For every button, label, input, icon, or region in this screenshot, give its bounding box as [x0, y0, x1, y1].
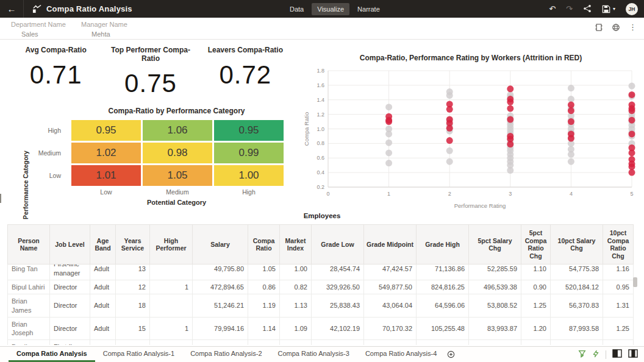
scatter-point-workers[interactable] [385, 104, 392, 110]
layout-right-panel-icon[interactable] [628, 349, 638, 360]
scatter-point-attrition[interactable] [446, 125, 453, 132]
scatter-point-workers[interactable] [385, 160, 392, 166]
column-header[interactable]: Person Name [8, 225, 50, 264]
scatter-plot[interactable]: 0.20.40.60.81.01.21.41.61.8012345Compa R… [300, 65, 642, 222]
canvas-tab-4[interactable]: Compa Ratio Analysis-4 [357, 347, 445, 362]
scatter-point-workers[interactable] [385, 140, 392, 146]
kpi-leavers-compa-ratio[interactable]: Leavers Compa-Ratio 0.72 [198, 46, 293, 98]
canvas-tab-2[interactable]: Compa Ratio Analysis-2 [182, 347, 270, 362]
globe-icon[interactable] [612, 23, 620, 32]
scatter-point-attrition[interactable] [629, 149, 635, 156]
scatter-point-attrition[interactable] [629, 117, 635, 124]
scatter-point-attrition[interactable] [507, 116, 513, 123]
table-scrollbar-thumb[interactable] [633, 277, 637, 287]
scatter-point-attrition[interactable] [629, 163, 635, 170]
table-body[interactable]: Bing TanFirst-line managerAdult1349,795.… [7, 264, 635, 345]
scatter-point-workers[interactable] [446, 158, 453, 165]
svg-text:5: 5 [630, 191, 633, 197]
add-canvas-icon[interactable] [447, 347, 455, 362]
column-header[interactable]: 10pct Salary Chg [551, 225, 603, 264]
scatter-point-attrition[interactable] [568, 135, 574, 142]
lightning-icon[interactable] [592, 349, 599, 360]
table-row[interactable]: Bing TanFirst-line managerAdult1349,795.… [8, 264, 634, 280]
scatter-point-attrition[interactable] [629, 130, 635, 137]
scatter-point-attrition[interactable] [507, 85, 513, 92]
scatter-point-attrition[interactable] [507, 99, 513, 105]
scatter-point-attrition[interactable] [507, 105, 513, 112]
column-header[interactable]: Grade Midpoint [364, 225, 417, 264]
scatter-point-attrition[interactable] [507, 141, 513, 147]
filter-manager[interactable]: Manager Name Mehta [81, 21, 127, 38]
canvas-tab-0[interactable]: Compa Ratio Analysis [9, 347, 95, 362]
canvas-edge-handle[interactable] [0, 194, 1, 203]
canvas-tab-1[interactable]: Compa Ratio Analysis-1 [95, 347, 182, 362]
scatter-point-workers[interactable] [568, 158, 574, 165]
back-icon[interactable]: ← [0, 4, 23, 14]
table-row[interactable]: Brian JosephDirectorAdult15179,994.161.1… [8, 317, 634, 340]
column-header[interactable]: Compa Ratio [248, 225, 280, 264]
column-header[interactable]: 10pct Compa Ratio Chg [603, 225, 634, 264]
scatter-point-workers[interactable] [446, 92, 453, 99]
heatmap-cell[interactable]: 1.01 [71, 165, 141, 186]
column-header[interactable]: Age Band [90, 225, 116, 264]
heatmap-cell[interactable]: 0.95 [71, 120, 141, 141]
table-cell: First-line manager [50, 264, 90, 280]
share-icon[interactable] [583, 4, 592, 14]
scatter-plot-area[interactable]: 0.20.40.60.81.01.21.41.61.8012345Compa R… [300, 65, 642, 224]
layout-left-panel-icon[interactable] [612, 349, 622, 360]
scatter-point-attrition[interactable] [446, 106, 453, 113]
table-row[interactable]: Brodie SmithFirst-line managerAdult15181… [8, 340, 634, 345]
undo-icon[interactable]: ↶ [549, 5, 556, 13]
scatter-point-attrition[interactable] [629, 91, 635, 98]
visualization-grid-icon[interactable] [595, 23, 603, 32]
scatter-point-attrition[interactable] [629, 169, 635, 176]
tab-visualize[interactable]: Visualize [312, 3, 349, 15]
canvas-tab-3[interactable]: Compa Ratio Analysis-3 [270, 347, 357, 362]
save-button[interactable]: ▾ [602, 5, 615, 13]
heatmap-cell[interactable]: 1.02 [71, 143, 141, 163]
scatter-point-attrition[interactable] [446, 137, 453, 144]
column-header[interactable]: Grade High [417, 225, 469, 264]
save-caret-icon[interactable]: ▾ [613, 6, 615, 12]
scatter-point-attrition[interactable] [629, 107, 635, 114]
svg-text:1.2: 1.2 [317, 112, 324, 118]
filter-department[interactable]: Department Name Sales [11, 21, 66, 38]
scatter-point-attrition[interactable] [568, 102, 574, 108]
column-header[interactable]: Market Index [280, 225, 312, 264]
heatmap-cell[interactable]: 1.06 [143, 120, 212, 141]
filter-label: Department Name [11, 21, 66, 28]
scatter-point-workers[interactable] [507, 167, 513, 174]
tab-data[interactable]: Data [284, 3, 309, 15]
scatter-point-attrition[interactable] [385, 118, 392, 125]
heatmap-cell[interactable]: 0.99 [214, 143, 284, 163]
scatter-point-workers[interactable] [629, 83, 635, 90]
column-header[interactable]: Job Level [50, 225, 90, 264]
scatter-point-workers[interactable] [568, 151, 574, 158]
column-header[interactable]: Years Service [116, 225, 150, 264]
kpi-top-performer-compa-ratio[interactable]: Top Performer Compa-Ratio 0.75 [103, 46, 198, 98]
kebab-menu-icon[interactable]: ⋮ [629, 23, 637, 32]
heatmap-cell[interactable]: 0.98 [143, 143, 212, 163]
column-header[interactable]: 5pct Compa Ratio Chg [521, 225, 551, 264]
kpi-avg-compa-ratio[interactable]: Avg Compa-Ratio 0.71 [9, 46, 103, 98]
column-header[interactable]: Salary [193, 225, 248, 264]
scatter-point-workers[interactable] [446, 147, 453, 154]
filter-funnel-icon[interactable] [578, 349, 586, 360]
table-row[interactable]: Bipul LahiriDirectorAdult121472,894.650.… [8, 280, 634, 294]
column-header[interactable]: Grade Low [312, 225, 364, 264]
scatter-point-attrition[interactable] [568, 118, 574, 125]
tab-narrate[interactable]: Narrate [352, 3, 385, 15]
heatmap-cell[interactable]: 0.95 [214, 120, 284, 141]
scatter-point-workers[interactable] [568, 96, 574, 102]
heatmap-cell[interactable]: 1.00 [214, 165, 284, 186]
heatmap-cell[interactable]: 1.05 [143, 165, 212, 186]
scatter-point-attrition[interactable] [568, 107, 574, 114]
scatter-point-workers[interactable] [385, 149, 392, 156]
column-header[interactable]: 5pct Salary Chg [469, 225, 521, 264]
redo-icon[interactable]: ↷ [566, 5, 573, 13]
avatar[interactable]: JH [626, 3, 638, 15]
scatter-point-workers[interactable] [385, 130, 392, 137]
column-header[interactable]: High Performer [150, 225, 193, 264]
table-row[interactable]: Brian JamesDirectorAdult1851,246.211.191… [8, 294, 634, 318]
scatter-point-workers[interactable] [568, 85, 574, 91]
